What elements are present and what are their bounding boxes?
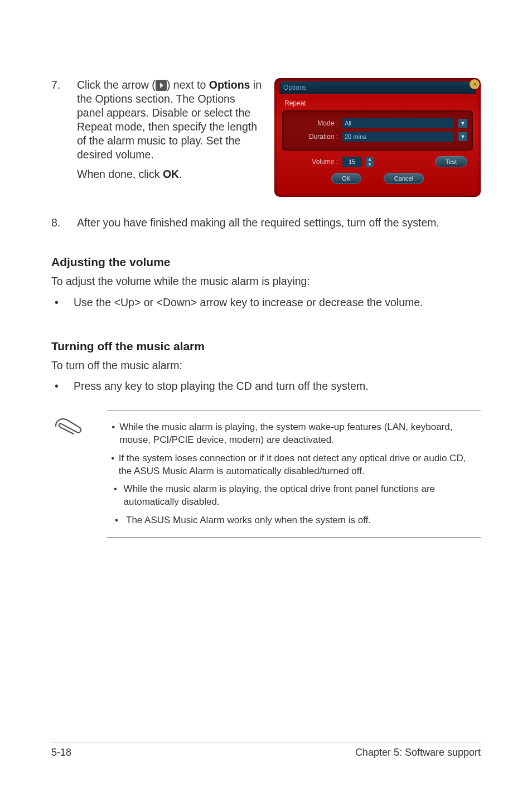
duration-label: Duration :	[288, 133, 338, 141]
step-7-spacer	[51, 167, 77, 181]
bullet-dot: •	[51, 296, 74, 310]
step7-pre: Click the arrow (	[77, 79, 156, 91]
footer-left: 5-18	[51, 747, 71, 758]
note-item-1: •While the music alarm is playing, the s…	[107, 421, 481, 447]
mode-value: All	[345, 120, 351, 127]
close-icon[interactable]: ✕	[470, 79, 480, 89]
turnoff-heading: Turning off the music alarm	[51, 340, 481, 353]
stepper-down-icon[interactable]: ▼	[366, 162, 374, 167]
adjust-bullet: • Use the <Up> or <Down> arrow key to in…	[51, 296, 481, 310]
cancel-button[interactable]: Cancel	[384, 173, 424, 184]
ok-button[interactable]: OK	[331, 173, 361, 184]
adjust-heading: Adjusting the volume	[51, 255, 481, 269]
step-7-number: 7.	[51, 78, 77, 162]
duration-select[interactable]: 20 mins	[342, 132, 454, 142]
options-button-row: OK Cancel	[282, 173, 473, 184]
adjust-intro: To adjust the volume while the music ala…	[51, 274, 481, 288]
whendone-pre: When done, click	[77, 168, 163, 180]
note-paperclip-icon	[51, 410, 90, 437]
whendone-post: .	[179, 168, 182, 180]
repeat-inner: Mode : All ▼ Duration : 20 mins ▼	[282, 110, 473, 151]
note-1-text: While the music alarm is playing, the sy…	[119, 421, 481, 447]
play-arrow-icon	[156, 80, 167, 91]
volume-label: Volume :	[288, 158, 338, 166]
note-4-text: The ASUS Music Alarm works only when the…	[126, 514, 371, 527]
step-7-body: Click the arrow () next to Options in th…	[77, 78, 264, 162]
volume-value: 15	[342, 157, 361, 167]
step7-rest: in the Options section. The Options pane…	[77, 79, 262, 161]
step-8-number: 8.	[51, 216, 77, 230]
volume-stepper[interactable]: ▲ ▼	[366, 157, 374, 167]
options-word: Options	[209, 79, 250, 91]
volume-row: Volume : 15 ▲ ▼ Test	[282, 156, 473, 167]
note-2-text: If the system loses connection or if it …	[119, 452, 481, 478]
step7-post-icon: ) next to	[167, 79, 209, 91]
step-8: 8. After you have finished making all th…	[51, 216, 481, 230]
page: 7. Click the arrow () next to Options in…	[0, 0, 532, 802]
stepper-up-icon[interactable]: ▲	[366, 157, 374, 162]
options-panel: ✕ Options Repeat Mode : All ▼ Duration :	[274, 78, 481, 197]
note-3-text: While the music alarm is playing, the op…	[124, 483, 481, 509]
repeat-section-label: Repeat	[284, 99, 473, 107]
footer-right: Chapter 5: Software support	[355, 747, 481, 758]
page-footer: 5-18 Chapter 5: Software support	[51, 742, 481, 758]
options-title: Options	[283, 84, 306, 91]
note-item-3: •While the music alarm is playing, the o…	[107, 483, 481, 509]
options-body: Repeat Mode : All ▼ Duration : 20 mins	[282, 99, 473, 184]
note-block: •While the music alarm is playing, the s…	[51, 410, 481, 538]
turnoff-intro: To turn off the music alarm:	[51, 359, 481, 373]
chevron-down-icon[interactable]: ▼	[458, 119, 467, 128]
duration-row: Duration : 20 mins ▼	[288, 132, 467, 142]
bullet-dot: •	[51, 379, 74, 393]
turnoff-bullet-text: Press any key to stop playing the CD and…	[74, 379, 369, 393]
options-titlebar: Options	[279, 81, 476, 94]
chevron-down-icon[interactable]: ▼	[458, 132, 467, 141]
step-7-whendone: When done, click OK.	[77, 167, 264, 181]
step-8-text: After you have finished making all the r…	[77, 216, 481, 230]
note-item-4: •The ASUS Music Alarm works only when th…	[107, 514, 481, 527]
mode-row: Mode : All ▼	[288, 118, 467, 128]
mode-select[interactable]: All	[342, 118, 454, 128]
note-body: •While the music alarm is playing, the s…	[107, 410, 481, 538]
note-item-2: •If the system loses connection or if it…	[107, 452, 481, 478]
step-7-text: 7. Click the arrow () next to Options in…	[51, 78, 264, 197]
duration-value: 20 mins	[345, 133, 366, 140]
test-button[interactable]: Test	[435, 156, 467, 167]
mode-label: Mode :	[288, 119, 338, 127]
ok-word: OK	[163, 168, 179, 180]
turnoff-bullet: • Press any key to stop playing the CD a…	[51, 379, 481, 393]
adjust-bullet-text: Use the <Up> or <Down> arrow key to incr…	[74, 296, 423, 310]
step-7-row: 7. Click the arrow () next to Options in…	[51, 78, 481, 197]
